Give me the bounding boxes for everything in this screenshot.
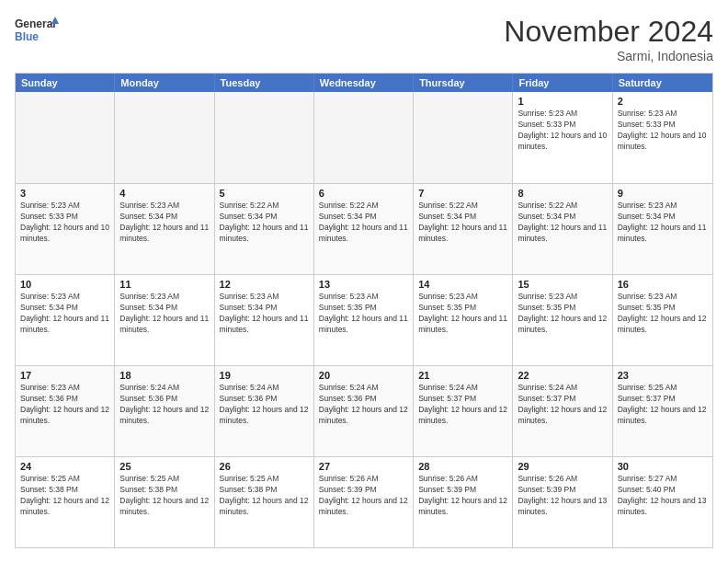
day-cell-10: 10Sunrise: 5:23 AMSunset: 5:34 PMDayligh… bbox=[16, 275, 115, 365]
day-info: Sunrise: 5:25 AMSunset: 5:38 PMDaylight:… bbox=[20, 474, 109, 518]
day-info: Sunrise: 5:22 AMSunset: 5:34 PMDaylight:… bbox=[319, 201, 408, 245]
day-number: 3 bbox=[20, 188, 109, 199]
day-cell-25: 25Sunrise: 5:25 AMSunset: 5:38 PMDayligh… bbox=[115, 457, 214, 547]
header-day-tuesday: Tuesday bbox=[215, 74, 314, 92]
header: General Blue November 2024 Sarmi, Indone… bbox=[15, 15, 713, 63]
day-info: Sunrise: 5:23 AMSunset: 5:35 PMDaylight:… bbox=[518, 292, 607, 336]
day-cell-27: 27Sunrise: 5:26 AMSunset: 5:39 PMDayligh… bbox=[314, 457, 414, 547]
day-cell-7: 7Sunrise: 5:22 AMSunset: 5:34 PMDaylight… bbox=[414, 184, 513, 274]
calendar-row-3: 10Sunrise: 5:23 AMSunset: 5:34 PMDayligh… bbox=[16, 274, 712, 365]
day-number: 21 bbox=[418, 370, 507, 381]
calendar-row-1: 1Sunrise: 5:23 AMSunset: 5:33 PMDaylight… bbox=[16, 92, 712, 183]
day-number: 1 bbox=[518, 96, 607, 107]
empty-cell bbox=[414, 92, 513, 183]
day-cell-19: 19Sunrise: 5:24 AMSunset: 5:36 PMDayligh… bbox=[215, 366, 314, 456]
header-day-friday: Friday bbox=[513, 74, 612, 92]
day-info: Sunrise: 5:23 AMSunset: 5:33 PMDaylight:… bbox=[618, 109, 708, 153]
day-info: Sunrise: 5:24 AMSunset: 5:36 PMDaylight:… bbox=[119, 383, 209, 427]
header-day-wednesday: Wednesday bbox=[314, 74, 414, 92]
day-cell-29: 29Sunrise: 5:26 AMSunset: 5:39 PMDayligh… bbox=[513, 457, 612, 547]
day-number: 7 bbox=[418, 188, 507, 199]
day-info: Sunrise: 5:26 AMSunset: 5:39 PMDaylight:… bbox=[319, 474, 408, 518]
day-info: Sunrise: 5:27 AMSunset: 5:40 PMDaylight:… bbox=[618, 474, 708, 518]
location-subtitle: Sarmi, Indonesia bbox=[504, 49, 713, 63]
calendar-row-4: 17Sunrise: 5:23 AMSunset: 5:36 PMDayligh… bbox=[16, 365, 712, 456]
day-number: 8 bbox=[518, 188, 607, 199]
svg-text:General: General bbox=[15, 17, 56, 30]
day-number: 11 bbox=[119, 279, 209, 290]
day-number: 5 bbox=[220, 188, 309, 199]
day-cell-14: 14Sunrise: 5:23 AMSunset: 5:35 PMDayligh… bbox=[414, 275, 513, 365]
day-number: 20 bbox=[319, 370, 408, 381]
empty-cell bbox=[16, 92, 115, 183]
day-info: Sunrise: 5:25 AMSunset: 5:37 PMDaylight:… bbox=[618, 383, 708, 427]
day-cell-21: 21Sunrise: 5:24 AMSunset: 5:37 PMDayligh… bbox=[414, 366, 513, 456]
month-title: November 2024 bbox=[504, 15, 713, 49]
day-number: 26 bbox=[220, 461, 309, 472]
day-cell-11: 11Sunrise: 5:23 AMSunset: 5:34 PMDayligh… bbox=[115, 275, 214, 365]
day-number: 10 bbox=[20, 279, 109, 290]
header-day-monday: Monday bbox=[115, 74, 214, 92]
day-info: Sunrise: 5:22 AMSunset: 5:34 PMDaylight:… bbox=[518, 201, 607, 245]
day-cell-12: 12Sunrise: 5:23 AMSunset: 5:34 PMDayligh… bbox=[215, 275, 314, 365]
day-info: Sunrise: 5:23 AMSunset: 5:34 PMDaylight:… bbox=[119, 201, 209, 245]
day-number: 28 bbox=[418, 461, 507, 472]
day-number: 25 bbox=[119, 461, 209, 472]
day-number: 15 bbox=[518, 279, 607, 290]
day-number: 24 bbox=[20, 461, 109, 472]
day-cell-4: 4Sunrise: 5:23 AMSunset: 5:34 PMDaylight… bbox=[115, 184, 214, 274]
empty-cell bbox=[215, 92, 314, 183]
header-day-thursday: Thursday bbox=[414, 74, 513, 92]
day-number: 12 bbox=[220, 279, 309, 290]
logo: General Blue bbox=[15, 15, 59, 48]
day-number: 16 bbox=[618, 279, 708, 290]
day-cell-26: 26Sunrise: 5:25 AMSunset: 5:38 PMDayligh… bbox=[215, 457, 314, 547]
day-number: 13 bbox=[319, 279, 408, 290]
day-cell-15: 15Sunrise: 5:23 AMSunset: 5:35 PMDayligh… bbox=[513, 275, 612, 365]
day-info: Sunrise: 5:23 AMSunset: 5:33 PMDaylight:… bbox=[20, 201, 109, 245]
day-number: 30 bbox=[618, 461, 708, 472]
page: General Blue November 2024 Sarmi, Indone… bbox=[0, 0, 728, 563]
day-cell-16: 16Sunrise: 5:23 AMSunset: 5:35 PMDayligh… bbox=[613, 275, 712, 365]
calendar: SundayMondayTuesdayWednesdayThursdayFrid… bbox=[15, 73, 713, 548]
day-number: 14 bbox=[418, 279, 507, 290]
day-number: 22 bbox=[518, 370, 607, 381]
day-number: 27 bbox=[319, 461, 408, 472]
day-cell-3: 3Sunrise: 5:23 AMSunset: 5:33 PMDaylight… bbox=[16, 184, 115, 274]
header-day-sunday: Sunday bbox=[16, 74, 115, 92]
header-day-saturday: Saturday bbox=[613, 74, 712, 92]
day-cell-1: 1Sunrise: 5:23 AMSunset: 5:33 PMDaylight… bbox=[513, 92, 612, 183]
day-number: 29 bbox=[518, 461, 607, 472]
day-cell-20: 20Sunrise: 5:24 AMSunset: 5:36 PMDayligh… bbox=[314, 366, 414, 456]
day-cell-8: 8Sunrise: 5:22 AMSunset: 5:34 PMDaylight… bbox=[513, 184, 612, 274]
day-cell-23: 23Sunrise: 5:25 AMSunset: 5:37 PMDayligh… bbox=[613, 366, 712, 456]
day-info: Sunrise: 5:22 AMSunset: 5:34 PMDaylight:… bbox=[418, 201, 507, 245]
day-info: Sunrise: 5:23 AMSunset: 5:34 PMDaylight:… bbox=[20, 292, 109, 336]
day-info: Sunrise: 5:23 AMSunset: 5:35 PMDaylight:… bbox=[618, 292, 708, 336]
day-number: 18 bbox=[119, 370, 209, 381]
day-info: Sunrise: 5:23 AMSunset: 5:36 PMDaylight:… bbox=[20, 383, 109, 427]
day-cell-13: 13Sunrise: 5:23 AMSunset: 5:35 PMDayligh… bbox=[314, 275, 414, 365]
day-info: Sunrise: 5:24 AMSunset: 5:36 PMDaylight:… bbox=[220, 383, 309, 427]
day-info: Sunrise: 5:23 AMSunset: 5:34 PMDaylight:… bbox=[119, 292, 209, 336]
day-info: Sunrise: 5:25 AMSunset: 5:38 PMDaylight:… bbox=[119, 474, 209, 518]
svg-text:Blue: Blue bbox=[15, 30, 39, 43]
day-info: Sunrise: 5:22 AMSunset: 5:34 PMDaylight:… bbox=[220, 201, 309, 245]
day-info: Sunrise: 5:23 AMSunset: 5:33 PMDaylight:… bbox=[518, 109, 607, 153]
day-number: 17 bbox=[20, 370, 109, 381]
day-cell-22: 22Sunrise: 5:24 AMSunset: 5:37 PMDayligh… bbox=[513, 366, 612, 456]
day-cell-24: 24Sunrise: 5:25 AMSunset: 5:38 PMDayligh… bbox=[16, 457, 115, 547]
day-info: Sunrise: 5:26 AMSunset: 5:39 PMDaylight:… bbox=[518, 474, 607, 518]
day-info: Sunrise: 5:23 AMSunset: 5:34 PMDaylight:… bbox=[220, 292, 309, 336]
day-cell-17: 17Sunrise: 5:23 AMSunset: 5:36 PMDayligh… bbox=[16, 366, 115, 456]
day-info: Sunrise: 5:25 AMSunset: 5:38 PMDaylight:… bbox=[220, 474, 309, 518]
day-cell-9: 9Sunrise: 5:23 AMSunset: 5:34 PMDaylight… bbox=[613, 184, 712, 274]
calendar-body: 1Sunrise: 5:23 AMSunset: 5:33 PMDaylight… bbox=[16, 92, 712, 547]
day-cell-6: 6Sunrise: 5:22 AMSunset: 5:34 PMDaylight… bbox=[314, 184, 414, 274]
day-info: Sunrise: 5:23 AMSunset: 5:35 PMDaylight:… bbox=[418, 292, 507, 336]
day-number: 4 bbox=[119, 188, 209, 199]
day-info: Sunrise: 5:24 AMSunset: 5:36 PMDaylight:… bbox=[319, 383, 408, 427]
day-info: Sunrise: 5:23 AMSunset: 5:35 PMDaylight:… bbox=[319, 292, 408, 336]
day-info: Sunrise: 5:23 AMSunset: 5:34 PMDaylight:… bbox=[618, 201, 708, 245]
day-info: Sunrise: 5:26 AMSunset: 5:39 PMDaylight:… bbox=[418, 474, 507, 518]
